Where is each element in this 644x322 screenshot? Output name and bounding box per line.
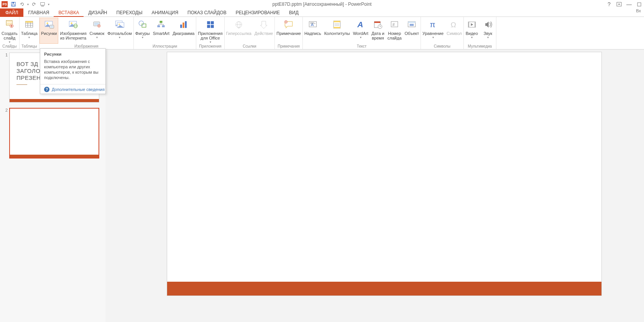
symbol-label: Символ (447, 31, 462, 36)
tab-insert[interactable]: ВСТАВКА (54, 8, 84, 17)
undo-button[interactable] (18, 0, 26, 8)
hyperlink-label: Гиперссылка (226, 31, 251, 36)
svg-text:A: A (357, 20, 363, 29)
pictures-button[interactable]: Рисунки (39, 18, 59, 44)
action-icon (258, 18, 269, 31)
svg-text:Ω: Ω (450, 21, 456, 29)
tab-review[interactable]: РЕЦЕНЗИРОВАНИЕ (231, 8, 284, 17)
comment-icon (283, 18, 294, 31)
video-button[interactable]: Видео ▾ (464, 18, 480, 44)
table-button[interactable]: Таблица ▾ (20, 18, 39, 44)
chart-button[interactable]: Диаграмма (171, 18, 196, 44)
svg-text:#: # (393, 22, 395, 27)
svg-point-31 (139, 21, 143, 25)
group-label-links: Ссылки (225, 44, 275, 49)
svg-rect-2 (12, 5, 15, 6)
table-label: Таблица (21, 31, 38, 36)
tab-view[interactable]: ВИД (284, 8, 303, 17)
svg-rect-76 (475, 22, 476, 27)
group-illustrations: Фигуры ▾ SmartArt Диаграмма Иллюстрации (134, 17, 197, 49)
tooltip-title: Рисунки (44, 52, 102, 56)
group-tables: Таблица ▾ Таблицы (20, 17, 39, 49)
slide1-rule (16, 84, 27, 85)
redo-button[interactable] (30, 0, 38, 8)
new-slide-icon (4, 18, 15, 31)
hyperlink-button[interactable]: Гиперссылка (225, 18, 253, 44)
tab-animations[interactable]: АНИМАЦИЯ (147, 8, 183, 17)
tab-slideshow[interactable]: ПОКАЗ СЛАЙДОВ (183, 8, 231, 17)
svg-point-17 (46, 22, 48, 24)
group-label-media: Мультимедиа (464, 44, 496, 49)
svg-rect-15 (26, 21, 33, 23)
audio-button[interactable]: Звук ▾ (480, 18, 496, 44)
online-pictures-button[interactable]: Изображения из Интернета (58, 18, 88, 44)
svg-rect-63 (374, 21, 380, 23)
svg-rect-44 (210, 21, 214, 24)
group-label-illustrations: Иллюстрации (134, 44, 196, 49)
svg-rect-71 (410, 24, 414, 26)
ribbon-display-button[interactable] (614, 0, 624, 8)
slide2-footer-bar (10, 155, 99, 158)
ribbon: Создать слайд ▾ Слайды Таблица ▾ Таблицы… (0, 17, 644, 50)
group-media: Видео ▾ Звук ▾ Мультимедиа (464, 17, 496, 49)
new-slide-button[interactable]: Создать слайд ▾ (0, 18, 19, 44)
slide-canvas-area[interactable] (105, 50, 644, 322)
minimize-button[interactable]: — (624, 0, 634, 8)
svg-rect-1 (12, 2, 14, 4)
wordart-label: WordArt (353, 31, 368, 36)
header-footer-button[interactable]: Колонтитулы (323, 18, 352, 44)
pictures-icon (43, 18, 55, 31)
shapes-icon (137, 18, 148, 31)
group-label-text: Текст (303, 44, 421, 49)
save-button[interactable] (9, 0, 18, 8)
tab-home[interactable]: ГЛАВНАЯ (23, 8, 54, 17)
qat-customize[interactable]: ▼ (47, 0, 51, 8)
slide-number-button[interactable]: # Номер слайда (386, 18, 403, 44)
symbol-icon: Ω (449, 18, 460, 31)
undo-dropdown[interactable]: ▼ (26, 0, 30, 8)
comment-label: Примечание (276, 31, 301, 36)
tab-file[interactable]: ФАЙЛ (0, 8, 23, 17)
maximize-button[interactable] (634, 0, 644, 8)
tab-transitions[interactable]: ПЕРЕХОДЫ (112, 8, 147, 17)
photo-album-button[interactable]: Фотоальбом ▾ (106, 18, 133, 44)
thumbnail-number: 2 (4, 108, 9, 159)
wordart-button[interactable]: A WordArt ▾ (352, 18, 370, 44)
tab-design[interactable]: ДИЗАЙН (84, 8, 112, 17)
svg-rect-42 (185, 21, 186, 28)
audio-label: Звук (483, 31, 492, 36)
group-label-comments: Примечания (275, 44, 302, 49)
svg-rect-57 (334, 27, 340, 28)
textbox-button[interactable]: A Надпись (303, 18, 323, 44)
comment-button[interactable]: Примечание (275, 18, 302, 44)
shapes-button[interactable]: Фигуры ▾ (134, 18, 151, 44)
action-label: Действие (255, 31, 273, 36)
svg-rect-45 (207, 25, 210, 28)
slide-canvas[interactable] (167, 52, 602, 296)
tooltip-more-link[interactable]: ? Дополнительные сведения (40, 84, 105, 92)
table-icon (23, 18, 35, 31)
online-pictures-label: Изображения из Интернета (60, 31, 86, 40)
chart-label: Диаграмма (172, 31, 194, 36)
thumbnail-row: 2 (4, 108, 102, 159)
object-button[interactable]: Объект (403, 18, 421, 44)
chart-icon (178, 18, 189, 31)
svg-text:π: π (430, 20, 435, 29)
smartart-button[interactable]: SmartArt (151, 18, 171, 44)
symbol-button[interactable]: Ω Символ (445, 18, 463, 44)
action-button[interactable]: Действие (253, 18, 274, 44)
signin-label[interactable]: Вх (636, 8, 644, 17)
svg-point-21 (71, 22, 72, 24)
equation-button[interactable]: π Уравнение ▾ (421, 18, 445, 44)
apps-button[interactable]: Приложения для Office ▾ (196, 18, 224, 44)
group-label-apps: Приложения (196, 44, 224, 49)
date-time-button[interactable]: Дата и время (370, 18, 386, 44)
slide-thumbnail-2[interactable] (9, 108, 99, 159)
group-label-slides: Слайды (0, 44, 19, 49)
help-button[interactable]: ? (604, 0, 614, 8)
start-slideshow-button[interactable] (38, 0, 47, 8)
info-icon: ? (44, 87, 49, 92)
header-footer-icon (331, 18, 343, 31)
screenshot-button[interactable]: Снимок ▾ (88, 18, 106, 44)
photo-album-icon (114, 18, 125, 31)
